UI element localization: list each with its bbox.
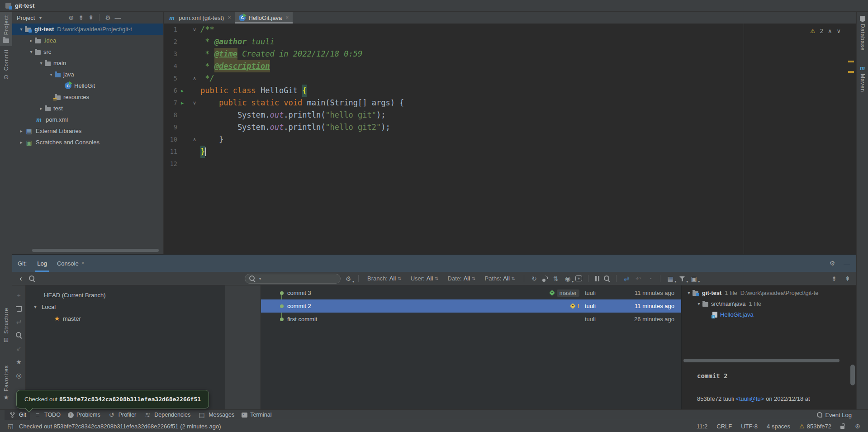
hide-icon[interactable]: — <box>114 14 122 21</box>
find-icon[interactable] <box>28 275 35 282</box>
merge-icon[interactable]: ⇄ <box>15 318 23 325</box>
changed-file-row[interactable]: ▾src\main\java1 file <box>682 298 856 309</box>
prev-issue-icon[interactable]: ∧ <box>828 25 832 37</box>
project-tree-row[interactable]: resources <box>12 91 163 103</box>
filter-branch[interactable]: Branch:All⇅ <box>367 275 402 282</box>
find-icon[interactable] <box>603 275 610 282</box>
stripe-button-database[interactable]: Database <box>857 13 868 54</box>
project-tree-row[interactable]: ▸.idea <box>12 35 163 46</box>
toolwindow-toggle-icon[interactable]: ◱ <box>6 423 14 430</box>
project-tree-row[interactable]: ▾src <box>12 46 163 57</box>
stripe-button-structure[interactable]: Structure⊞ <box>2 304 10 347</box>
chevron-down-icon[interactable]: ▾ <box>47 72 55 77</box>
log-search-input[interactable]: ▾ <box>245 274 341 284</box>
globe-icon[interactable]: ⊛ <box>854 423 862 430</box>
stripe-button-maven[interactable]: mMaven <box>857 61 868 95</box>
commit-row[interactable]: commit 3mastertuuli11 minutes ago <box>261 286 681 299</box>
grid-icon[interactable]: ▦ <box>666 275 674 282</box>
details-hscrollbar[interactable] <box>683 359 840 362</box>
undo-icon[interactable]: ↶ <box>634 275 642 282</box>
lock-icon[interactable] <box>840 426 844 429</box>
close-icon[interactable]: × <box>81 260 85 266</box>
patch-icon[interactable] <box>575 275 582 281</box>
git-tab-log[interactable]: Log <box>32 255 52 272</box>
line-ending[interactable]: CRLF <box>716 423 732 430</box>
back-icon[interactable]: ‹ <box>17 275 25 282</box>
editor-tab-hellogit-java[interactable]: CHelloGit.java× <box>235 12 293 24</box>
editor-tab-pom-xml-git-test-[interactable]: mpom.xml (git-test)× <box>164 12 235 24</box>
collapse-all-icon[interactable]: ⇞ <box>844 275 852 282</box>
arrow-icon[interactable]: ↙ <box>15 345 23 352</box>
project-tree-row[interactable]: ▸▤External Libraries <box>12 125 163 137</box>
project-tree-row[interactable]: ▾java <box>12 69 163 80</box>
project-tree-row[interactable]: ▾main <box>12 57 163 69</box>
error-stripe-mark[interactable] <box>848 71 854 73</box>
git-tab-console[interactable]: Console× <box>52 255 90 272</box>
filter-paths[interactable]: Paths:All⇅ <box>484 275 515 282</box>
close-icon[interactable]: × <box>285 14 289 21</box>
history-icon[interactable]: ◔ <box>646 275 654 282</box>
trash-icon[interactable] <box>16 306 21 312</box>
chevron-right-icon[interactable]: ▸ <box>38 106 45 111</box>
pause-icon[interactable] <box>594 276 600 281</box>
filter-date[interactable]: Date:All⇅ <box>448 275 476 282</box>
eye-dropdown[interactable]: ◉ <box>564 275 572 282</box>
run-icon[interactable]: ▶ <box>181 85 184 97</box>
inspection-widget[interactable]: ⚠ 2 ∧ ∨ <box>810 25 841 37</box>
chevron-down-icon[interactable]: ▾ <box>685 290 693 295</box>
collapse-all-icon[interactable]: ⇞ <box>87 14 95 21</box>
details-vscrollbar[interactable] <box>850 365 855 385</box>
target-icon[interactable]: ◎ <box>15 372 23 379</box>
encoding[interactable]: UTF-8 <box>741 423 758 430</box>
changed-file-row[interactable]: HelloGit.java <box>682 309 856 320</box>
fold-icon[interactable]: ∧ <box>193 133 196 146</box>
grid-dropdown[interactable]: ▦ <box>666 275 674 282</box>
indent-setting[interactable]: 4 spaces <box>767 423 790 430</box>
caret-position[interactable]: 11:2 <box>697 423 707 430</box>
git-splitter[interactable] <box>225 285 261 409</box>
next-issue-icon[interactable]: ∨ <box>836 25 841 37</box>
toolwindow-button-messages[interactable]: ▤Messages <box>194 410 238 420</box>
run-icon[interactable]: ▶ <box>181 97 184 109</box>
star-icon[interactable]: ★ <box>15 358 23 366</box>
chevron-right-icon[interactable]: ▸ <box>28 38 35 43</box>
toolwindow-button-problems[interactable]: Problems <box>64 410 104 420</box>
locate-icon[interactable]: ⊕ <box>67 14 75 21</box>
chevron-down-icon[interactable]: ▾ <box>695 301 702 306</box>
branch-row-master[interactable]: ★master <box>26 313 225 324</box>
project-tree-row[interactable]: ▸test <box>12 103 163 114</box>
filter-user[interactable]: User:All⇅ <box>411 275 439 282</box>
author-email-link[interactable]: <tuuli@tu> <box>735 395 764 402</box>
cherry-pick-icon[interactable] <box>542 275 548 282</box>
chevron-down-icon[interactable]: ▾ <box>32 304 39 309</box>
project-tree-row[interactable]: CHelloGit <box>12 80 163 91</box>
commit-row[interactable]: commit 2!tuuli11 minutes ago <box>261 299 681 313</box>
branch-row-local[interactable]: ▾Local <box>26 301 225 313</box>
toolwindow-button-todo[interactable]: ≡TODO <box>30 410 64 420</box>
toolwindow-button-profiler[interactable]: ↺Profiler <box>104 410 140 420</box>
layout-icon[interactable]: ▣ <box>690 275 698 282</box>
project-view-selector[interactable]: Project ▾ <box>17 14 44 21</box>
project-tree-row[interactable]: mpom.xml <box>12 114 163 125</box>
chevron-down-icon[interactable]: ▾ <box>38 61 45 66</box>
filter-icon[interactable] <box>679 276 685 282</box>
git-revision-widget[interactable]: ⚠853bfe72 <box>799 423 831 430</box>
jump-icon[interactable]: ⇄ <box>622 275 631 282</box>
fold-icon[interactable]: ∨ <box>193 97 196 109</box>
filter-dropdown[interactable] <box>678 275 686 282</box>
chevron-right-icon[interactable]: ▸ <box>18 128 25 133</box>
chevron-down-icon[interactable]: ▾ <box>28 49 35 54</box>
error-stripe-mark[interactable] <box>848 61 854 62</box>
notification-balloon[interactable]: Checked out 853bfe72c8342ca8208b311efea3… <box>16 390 209 408</box>
settings-icon[interactable]: ⚙ <box>104 14 112 21</box>
plus-icon[interactable]: + <box>15 292 23 299</box>
sort-icon[interactable]: ⇅ <box>552 275 560 282</box>
close-icon[interactable]: × <box>228 14 231 21</box>
settings-icon[interactable]: ⚙ <box>828 260 836 267</box>
settings-dropdown[interactable]: ⚙ <box>344 275 352 282</box>
stripe-button-project[interactable]: Project <box>0 12 12 46</box>
project-hscrollbar[interactable] <box>32 249 159 252</box>
project-tree-row[interactable]: ▸▣Scratches and Consoles <box>12 137 163 148</box>
changed-file-row[interactable]: ▾git-test1 fileD:\work\javaidea\Project\… <box>682 287 856 298</box>
expand-all-icon[interactable]: ⇟ <box>830 275 838 282</box>
